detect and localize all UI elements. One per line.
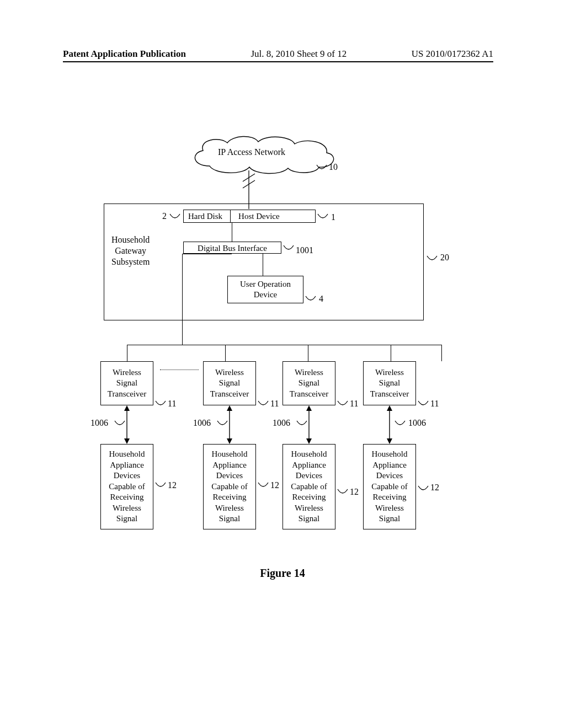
- appliance-box: HouseholdApplianceDevicesCapable ofRecei…: [203, 444, 256, 529]
- bus-line: [127, 345, 441, 345]
- hard-disk-label: Hard Disk: [184, 212, 230, 221]
- header-left: Patent Application Publication: [63, 49, 186, 60]
- host-device-box: Hard Disk Host Device: [183, 210, 316, 223]
- ref-tick-icon: [337, 400, 349, 409]
- ref-label-1006: 1006: [408, 418, 426, 428]
- connector-line: [182, 254, 183, 345]
- host-device-label: Host Device: [231, 212, 283, 221]
- ref-label-11: 11: [430, 399, 439, 409]
- svg-marker-10: [306, 405, 312, 411]
- svg-marker-14: [387, 438, 392, 444]
- ref-tick-icon: [305, 295, 317, 304]
- ref-label-12: 12: [168, 480, 177, 490]
- ref-tick-icon: [257, 400, 269, 409]
- gateway-label: HouseholdGatewaySubsystem: [111, 234, 150, 267]
- connector-line: [308, 345, 308, 361]
- header-center: Jul. 8, 2010 Sheet 9 of 12: [250, 49, 347, 60]
- ref-tick-icon: [296, 420, 308, 429]
- connector-line: [391, 345, 391, 361]
- connector-line: [441, 345, 442, 361]
- connector-line: [263, 254, 263, 276]
- page-header: Patent Application Publication Jul. 8, 2…: [63, 49, 493, 62]
- ref-tick-icon: [216, 420, 228, 429]
- ref-tick-icon: [154, 400, 167, 409]
- connector-line: [232, 223, 232, 242]
- ref-label-1006: 1006: [273, 418, 290, 428]
- ref-tick-icon: [154, 481, 167, 490]
- ref-label-20: 20: [440, 253, 449, 263]
- appliance-box: HouseholdApplianceDevicesCapable ofRecei…: [282, 444, 335, 529]
- ref-label-12: 12: [350, 487, 359, 497]
- ref-tick-icon: [257, 481, 269, 490]
- double-arrow-icon: [386, 405, 393, 444]
- ref-tick-icon: [417, 400, 429, 409]
- ref-label-11: 11: [350, 399, 358, 409]
- ref-tick-icon: [394, 420, 406, 429]
- svg-marker-8: [227, 438, 232, 444]
- svg-marker-4: [124, 405, 130, 411]
- transceiver-box: WirelessSignalTransceiver: [282, 361, 335, 405]
- header-right: US 2010/0172362 A1: [412, 49, 493, 60]
- ref-tick-icon: [417, 485, 429, 494]
- ref-label-1006: 1006: [90, 418, 108, 428]
- svg-marker-5: [124, 438, 130, 444]
- svg-marker-11: [306, 438, 312, 444]
- connector-line: [225, 345, 226, 361]
- ref-tick-icon: [317, 213, 329, 222]
- transceiver-box: WirelessSignalTransceiver: [100, 361, 153, 405]
- ref-label-12: 12: [270, 480, 279, 490]
- transceiver-box: WirelessSignalTransceiver: [363, 361, 416, 405]
- ref-label-1006: 1006: [193, 418, 211, 428]
- figure-caption: Figure 14: [0, 567, 565, 580]
- ip-access-cloud: IP Access Network: [188, 135, 337, 175]
- ref-tick-icon: [337, 488, 349, 497]
- ref-label-2: 2: [162, 211, 167, 221]
- ref-tick-icon: [316, 164, 328, 173]
- ref-tick-icon: [114, 420, 126, 429]
- connector-line: [182, 254, 232, 254]
- diagram: IP Access Network 10 HouseholdGatewaySub…: [83, 135, 480, 565]
- ref-label-12: 12: [430, 483, 439, 493]
- ref-label-10: 10: [329, 162, 338, 172]
- ref-tick-icon: [426, 255, 438, 264]
- ref-tick-icon: [169, 213, 181, 222]
- svg-marker-7: [227, 405, 232, 411]
- transceiver-box: WirelessSignalTransceiver: [203, 361, 256, 405]
- ref-label-1001: 1001: [296, 245, 313, 255]
- ref-label-1: 1: [331, 212, 335, 222]
- svg-marker-13: [387, 405, 392, 411]
- connector-line: [127, 345, 127, 361]
- user-operation-device-box: User OperationDevice: [227, 276, 303, 303]
- ellipsis-line: [160, 370, 199, 370]
- ref-label-11: 11: [168, 399, 176, 409]
- ref-label-4: 4: [319, 294, 323, 304]
- ref-label-11: 11: [270, 399, 279, 409]
- appliance-box: HouseholdApplianceDevicesCapable ofRecei…: [363, 444, 416, 529]
- cloud-label: IP Access Network: [218, 147, 285, 157]
- appliance-box: HouseholdApplianceDevicesCapable ofRecei…: [100, 444, 153, 529]
- ref-tick-icon: [282, 244, 295, 253]
- digital-bus-interface-box: Digital Bus Interface: [183, 242, 281, 254]
